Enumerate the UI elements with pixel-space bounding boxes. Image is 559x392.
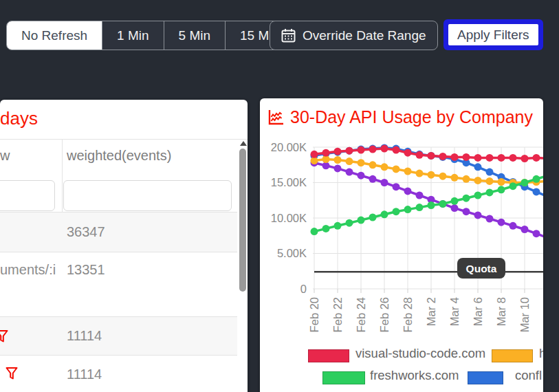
data-point[interactable]: [381, 163, 388, 171]
refresh-interval-group[interactable]: No Refresh1 Min5 Min15 Min: [6, 21, 294, 50]
table-row[interactable]: 11114: [0, 355, 237, 392]
data-point[interactable]: [521, 226, 529, 233]
data-point[interactable]: [358, 146, 365, 154]
data-point[interactable]: [439, 200, 447, 208]
data-point[interactable]: [381, 145, 388, 153]
override-date-range-button[interactable]: Override Date Range: [270, 21, 438, 50]
data-point[interactable]: [416, 151, 424, 159]
apply-filters-button[interactable]: Apply Filters: [448, 24, 538, 45]
data-point[interactable]: [533, 230, 540, 237]
legend-label[interactable]: freshworks.com: [370, 368, 459, 383]
data-point[interactable]: [451, 153, 459, 161]
data-point[interactable]: [474, 211, 482, 219]
data-point[interactable]: [334, 156, 342, 164]
data-point[interactable]: [498, 154, 505, 162]
data-point[interactable]: [474, 163, 482, 171]
data-point[interactable]: [393, 146, 400, 154]
legend-swatch[interactable]: [322, 371, 365, 384]
data-point[interactable]: [463, 195, 470, 202]
data-point[interactable]: [451, 174, 459, 182]
data-point[interactable]: [509, 154, 517, 162]
column-filter-input-weighted-events[interactable]: [63, 180, 232, 211]
data-point[interactable]: [474, 154, 482, 162]
data-point[interactable]: [439, 173, 447, 180]
data-point[interactable]: [486, 188, 494, 196]
data-point[interactable]: [369, 161, 377, 168]
refresh-option-5-min[interactable]: 5 Min: [164, 21, 225, 50]
data-point[interactable]: [474, 177, 482, 184]
data-point[interactable]: [533, 154, 540, 162]
refresh-option-no-refresh[interactable]: No Refresh: [7, 21, 102, 50]
data-point[interactable]: [393, 165, 400, 173]
data-point[interactable]: [404, 187, 412, 195]
data-point[interactable]: [346, 219, 353, 227]
table-scrollbar[interactable]: [239, 149, 246, 292]
legend-label[interactable]: h: [539, 346, 543, 361]
refresh-option-1-min[interactable]: 1 Min: [102, 21, 163, 50]
column-filter-input-route[interactable]: [0, 180, 55, 211]
data-point[interactable]: [428, 152, 435, 160]
data-point[interactable]: [311, 228, 318, 235]
data-point[interactable]: [509, 182, 517, 190]
data-point[interactable]: [381, 210, 388, 218]
data-point[interactable]: [474, 192, 482, 199]
table-row[interactable]: uments/:i13351: [0, 252, 237, 316]
data-point[interactable]: [498, 219, 505, 226]
data-point[interactable]: [521, 155, 529, 162]
legend-swatch[interactable]: [492, 349, 533, 362]
data-point[interactable]: [393, 208, 400, 215]
data-point[interactable]: [358, 217, 365, 224]
data-point[interactable]: [463, 153, 470, 161]
data-point[interactable]: [521, 179, 529, 186]
data-point[interactable]: [463, 175, 470, 183]
data-point[interactable]: [404, 206, 412, 213]
data-point[interactable]: [369, 175, 377, 183]
data-point[interactable]: [486, 168, 494, 176]
data-point[interactable]: [322, 149, 330, 157]
data-point[interactable]: [416, 170, 424, 177]
data-point[interactable]: [533, 175, 540, 183]
data-point[interactable]: [498, 178, 505, 186]
data-point[interactable]: [486, 154, 494, 162]
data-point[interactable]: [428, 202, 435, 209]
data-point[interactable]: [416, 192, 424, 199]
table-row[interactable]: 11114: [0, 316, 237, 355]
data-point[interactable]: [439, 153, 447, 160]
data-point[interactable]: [533, 188, 540, 195]
data-point[interactable]: [369, 214, 377, 221]
data-point[interactable]: [334, 164, 342, 172]
data-point[interactable]: [393, 183, 400, 190]
y-axis-tick-label: 10.00K: [271, 212, 307, 224]
data-point[interactable]: [346, 147, 353, 155]
legend-label[interactable]: confl: [515, 368, 542, 383]
data-point[interactable]: [334, 222, 342, 230]
data-point[interactable]: [486, 215, 494, 223]
data-point[interactable]: [404, 149, 412, 157]
data-point[interactable]: [451, 197, 459, 205]
data-point[interactable]: [346, 168, 353, 176]
data-point[interactable]: [463, 208, 470, 215]
usage-line-chart[interactable]: 05.00K10.00K15.00K20.00KFeb 20Feb 22Feb …: [260, 136, 543, 349]
table-row[interactable]: 36347: [0, 212, 237, 252]
data-point[interactable]: [346, 157, 353, 165]
data-point[interactable]: [358, 159, 365, 166]
data-point[interactable]: [451, 204, 459, 212]
legend-swatch[interactable]: [468, 371, 503, 384]
data-point[interactable]: [416, 204, 424, 211]
column-header-route[interactable]: w: [0, 148, 10, 164]
data-point[interactable]: [381, 179, 388, 186]
scrollbar-up-icon[interactable]: [240, 141, 247, 146]
column-header-weighted-events[interactable]: weighted(events): [67, 148, 171, 164]
data-point[interactable]: [334, 148, 342, 155]
legend-swatch[interactable]: [308, 349, 349, 362]
data-point[interactable]: [509, 222, 517, 230]
legend-label[interactable]: visual-studio-code.com: [355, 346, 485, 361]
data-point[interactable]: [311, 151, 318, 158]
data-point[interactable]: [404, 168, 412, 175]
data-point[interactable]: [428, 171, 435, 179]
data-point[interactable]: [498, 186, 505, 193]
data-point[interactable]: [369, 146, 377, 153]
data-point[interactable]: [486, 177, 494, 185]
data-point[interactable]: [358, 172, 365, 179]
data-point[interactable]: [322, 225, 330, 232]
